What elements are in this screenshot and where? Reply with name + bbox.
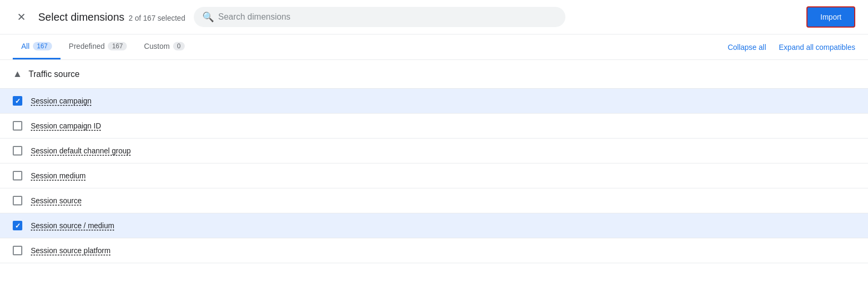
tab-predefined-label: Predefined: [69, 42, 105, 50]
search-input[interactable]: [218, 12, 557, 22]
tab-custom-badge: 0: [173, 42, 185, 50]
checkbox-3[interactable]: [13, 171, 22, 180]
dimension-label: Session source platform: [31, 246, 110, 255]
dimension-label: Session default channel group: [31, 146, 131, 155]
expand-all-button[interactable]: Expand all compatibles: [779, 43, 855, 51]
search-box[interactable]: 🔍: [194, 7, 565, 27]
close-icon: ✕: [17, 11, 26, 23]
tab-predefined[interactable]: Predefined 167: [61, 34, 136, 59]
table-row[interactable]: ✓Session campaign: [0, 89, 868, 114]
checkbox-0[interactable]: ✓: [13, 96, 22, 106]
content: ▲ Traffic source ✓Session campaignSessio…: [0, 60, 868, 263]
category-toggle-icon[interactable]: ▲: [13, 68, 22, 80]
checkmark-icon: ✓: [15, 222, 21, 229]
table-row[interactable]: Session campaign ID: [0, 114, 868, 139]
close-button[interactable]: ✕: [13, 8, 30, 25]
checkbox-5[interactable]: ✓: [13, 221, 22, 230]
checkbox-6[interactable]: [13, 246, 22, 255]
table-row[interactable]: Session medium: [0, 163, 868, 188]
tab-predefined-badge: 167: [108, 42, 127, 50]
dimensions-list: ✓Session campaignSession campaign IDSess…: [0, 89, 868, 263]
checkmark-icon: ✓: [15, 98, 21, 105]
tab-all-label: All: [21, 42, 30, 50]
category-header[interactable]: ▲ Traffic source: [0, 60, 868, 89]
table-row[interactable]: ✓Session source / medium: [0, 213, 868, 238]
table-row[interactable]: Session default channel group: [0, 139, 868, 163]
tab-all[interactable]: All 167: [13, 34, 61, 59]
dimension-label: Session medium: [31, 171, 86, 180]
checkbox-2[interactable]: [13, 146, 22, 156]
tab-custom[interactable]: Custom 0: [135, 34, 193, 59]
checkbox-4[interactable]: [13, 196, 22, 205]
tabs-row: All 167 Predefined 167 Custom 0 Collapse…: [0, 34, 868, 60]
dimension-label: Session campaign: [31, 97, 91, 105]
tabs-right: Collapse all Expand all compatibles: [728, 43, 855, 51]
dimension-label: Session source: [31, 196, 82, 205]
header: ✕ Select dimensions 2 of 167 selected 🔍 …: [0, 0, 868, 34]
tab-custom-label: Custom: [144, 42, 169, 50]
main-title: Select dimensions: [38, 11, 124, 23]
table-row[interactable]: Session source: [0, 188, 868, 213]
import-button[interactable]: Import: [806, 6, 855, 28]
tab-all-badge: 167: [33, 42, 52, 50]
search-icon: 🔍: [202, 11, 214, 23]
dimension-label: Session source / medium: [31, 221, 114, 230]
category-title: Traffic source: [29, 70, 80, 79]
title-section: Select dimensions 2 of 167 selected: [38, 11, 185, 23]
tabs-left: All 167 Predefined 167 Custom 0: [13, 34, 728, 59]
table-row[interactable]: Session source platform: [0, 238, 868, 263]
subtitle: 2 of 167 selected: [128, 14, 185, 22]
collapse-all-button[interactable]: Collapse all: [728, 43, 766, 51]
checkbox-1[interactable]: [13, 121, 22, 131]
dimension-label: Session campaign ID: [31, 122, 101, 130]
